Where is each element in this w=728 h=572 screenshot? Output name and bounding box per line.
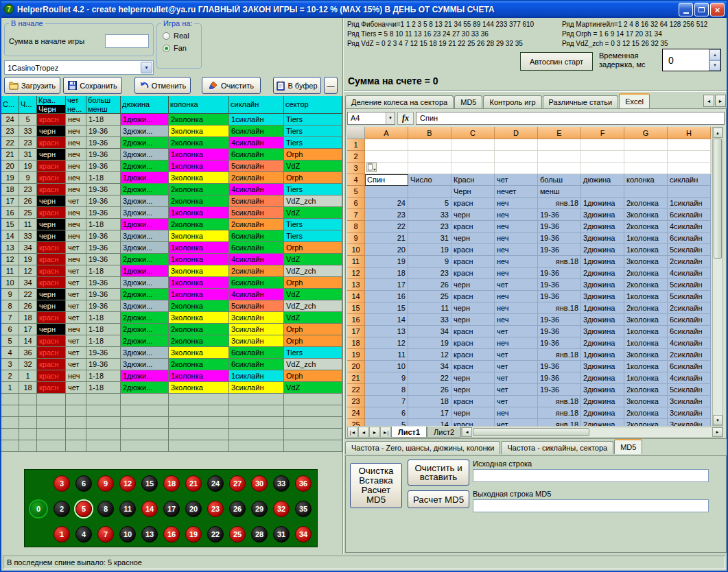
board-number-25[interactable]: 25 — [229, 526, 246, 543]
cell-A20[interactable]: 10 — [365, 361, 408, 372]
board-number-34[interactable]: 34 — [295, 526, 312, 543]
autospin-start-button[interactable]: Автоспин старт — [520, 52, 593, 71]
row-header-23[interactable]: 23 — [347, 396, 365, 407]
cell-A2[interactable] — [365, 151, 408, 163]
cell-A19[interactable]: 11 — [365, 349, 408, 361]
cell-G15[interactable]: 2колонка — [624, 302, 668, 314]
board-number-28[interactable]: 28 — [251, 526, 268, 543]
cell-D19[interactable]: чет — [495, 349, 538, 361]
cell-C23[interactable]: красн — [451, 396, 495, 407]
cell-A15[interactable]: 15 — [365, 302, 408, 314]
cell-E9[interactable]: 19-36 — [538, 233, 581, 244]
cell-G22[interactable]: 2колонка — [624, 384, 668, 396]
cell-G14[interactable]: 1колонка — [624, 291, 668, 302]
board-number-27[interactable]: 27 — [229, 475, 246, 492]
board-number-12[interactable]: 12 — [119, 475, 136, 492]
cell-G18[interactable]: 1колонка — [624, 337, 668, 349]
cell-F1[interactable] — [581, 139, 624, 151]
cell-E10[interactable]: 19-36 — [538, 244, 581, 256]
cell-C18[interactable]: красн — [451, 337, 495, 349]
cell-B15[interactable]: 11 — [408, 302, 451, 314]
cell-F3[interactable] — [581, 163, 624, 174]
tab-excel[interactable]: Excel — [619, 93, 650, 108]
cell-F14[interactable]: 3дюжина — [581, 291, 624, 302]
board-number-2[interactable]: 2 — [54, 501, 70, 517]
cell-A7[interactable]: 23 — [365, 209, 408, 221]
cell-B20[interactable]: 34 — [408, 361, 451, 372]
tab-контроль-игр[interactable]: Контроль игр — [483, 95, 541, 108]
casino-select[interactable]: 1CasinoTropez ▼ — [4, 60, 154, 75]
board-number-16[interactable]: 16 — [163, 526, 180, 543]
cell-A11[interactable]: 19 — [365, 256, 408, 267]
sheet-nav-icon-1[interactable]: ◄ — [358, 427, 369, 438]
board-number-8[interactable]: 8 — [97, 501, 114, 517]
tab-различные-статьи[interactable]: Различные статьи — [543, 95, 619, 108]
cell-H22[interactable]: 5сиклайн — [668, 384, 711, 396]
cell-E11[interactable]: янв.18 — [538, 256, 581, 267]
cell-B7[interactable]: 33 — [408, 209, 451, 221]
cell-C22[interactable]: черн — [451, 384, 495, 396]
cell-B8[interactable]: 23 — [408, 221, 451, 233]
cell-C20[interactable]: красн — [451, 361, 495, 372]
cell-C9[interactable]: черн — [451, 233, 495, 244]
cell-H13[interactable]: 5сиклайн — [668, 279, 711, 291]
close-button[interactable]: × — [710, 3, 725, 16]
cell-H14[interactable]: 5сиклайн — [668, 291, 711, 302]
cell-E17[interactable]: 19-36 — [538, 326, 581, 337]
scroll-up-icon[interactable]: ▲ — [713, 128, 723, 138]
cell-F25[interactable]: 2дюжина — [581, 419, 624, 426]
cell-B10[interactable]: 19 — [408, 244, 451, 256]
vscroll-thumb[interactable] — [714, 139, 722, 259]
row-header-13[interactable]: 13 — [347, 279, 365, 291]
cell-B19[interactable]: 12 — [408, 349, 451, 361]
cell-E22[interactable]: 19-36 — [538, 384, 581, 396]
cell-B22[interactable]: 26 — [408, 384, 451, 396]
board-number-26[interactable]: 26 — [229, 501, 246, 517]
cell-H24[interactable]: 3сиклайн — [668, 407, 711, 419]
board-number-33[interactable]: 33 — [273, 475, 290, 492]
board-number-0[interactable]: 0 — [30, 501, 47, 517]
board-number-10[interactable]: 10 — [119, 526, 136, 543]
cell-D25[interactable]: чет — [495, 419, 538, 426]
cell-C17[interactable]: красн — [451, 326, 495, 337]
board-number-18[interactable]: 18 — [163, 475, 180, 492]
row-header-12[interactable]: 12 — [347, 267, 365, 279]
cell-G20[interactable]: 1колонка — [624, 361, 668, 372]
board-number-24[interactable]: 24 — [207, 475, 224, 492]
cell-B23[interactable]: 18 — [408, 396, 451, 407]
start-sum-input[interactable] — [105, 34, 149, 48]
row-header-21[interactable]: 21 — [347, 372, 365, 384]
copy-to-buffer-button[interactable]: В буфер — [273, 77, 321, 94]
cell-H4[interactable]: сиклайн — [668, 174, 711, 186]
row-header-14[interactable]: 14 — [347, 291, 365, 302]
cell-B4[interactable]: Число — [408, 174, 451, 186]
cell-G1[interactable] — [624, 139, 668, 151]
md5-calc-button[interactable]: Расчет MD5 — [408, 490, 469, 508]
cell-A21[interactable]: 9 — [365, 372, 408, 384]
cell-F19[interactable]: 1дюжина — [581, 349, 624, 361]
cell-F23[interactable]: 2дюжина — [581, 396, 624, 407]
cell-H10[interactable]: 5сиклайн — [668, 244, 711, 256]
cell-E19[interactable]: янв.18 — [538, 349, 581, 361]
cell-D3[interactable] — [495, 163, 538, 174]
cell-A4[interactable]: Спин — [365, 174, 408, 186]
cell-D11[interactable]: неч — [495, 256, 538, 267]
cell-C12[interactable]: красн — [451, 267, 495, 279]
cell-H18[interactable]: 4сиклайн — [668, 337, 711, 349]
cell-G3[interactable] — [624, 163, 668, 174]
board-number-5[interactable]: 5 — [75, 501, 92, 517]
column-header-e[interactable]: E — [538, 127, 581, 139]
sheet-nav-icon-0[interactable]: |◄ — [347, 427, 358, 438]
cell-E7[interactable]: 19-36 — [538, 209, 581, 221]
cell-C1[interactable] — [451, 139, 495, 151]
cell-E15[interactable]: янв.18 — [538, 302, 581, 314]
sheet-tab-лист1[interactable]: Лист1 — [391, 427, 427, 438]
cell-B24[interactable]: 17 — [408, 407, 451, 419]
cell-C7[interactable]: черн — [451, 209, 495, 221]
board-number-36[interactable]: 36 — [295, 475, 312, 492]
cell-E24[interactable]: янв.18 — [538, 407, 581, 419]
cell-C2[interactable] — [451, 151, 495, 163]
board-number-7[interactable]: 7 — [97, 526, 114, 543]
tab-деление-колеса-на-сектора[interactable]: Деление колеса на сектора — [345, 95, 454, 108]
tab-scroll-right-icon[interactable]: ► — [715, 95, 726, 107]
